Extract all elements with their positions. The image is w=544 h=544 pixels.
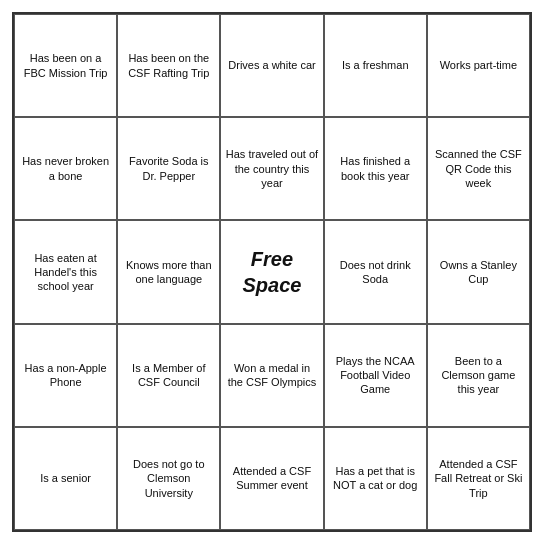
bingo-cell-r4c4[interactable]: Attended a CSF Fall Retreat or Ski Trip	[427, 427, 530, 530]
bingo-cell-r3c2[interactable]: Won a medal in the CSF Olympics	[220, 324, 323, 427]
bingo-grid: Has been on a FBC Mission TripHas been o…	[14, 14, 530, 530]
bingo-cell-r2c1[interactable]: Knows more than one language	[117, 220, 220, 323]
bingo-cell-r3c3[interactable]: Plays the NCAA Football Video Game	[324, 324, 427, 427]
bingo-cell-r2c2[interactable]: Free Space	[220, 220, 323, 323]
bingo-cell-r4c2[interactable]: Attended a CSF Summer event	[220, 427, 323, 530]
bingo-cell-r0c0[interactable]: Has been on a FBC Mission Trip	[14, 14, 117, 117]
bingo-cell-r2c3[interactable]: Does not drink Soda	[324, 220, 427, 323]
bingo-cell-r2c4[interactable]: Owns a Stanley Cup	[427, 220, 530, 323]
bingo-cell-r1c4[interactable]: Scanned the CSF QR Code this week	[427, 117, 530, 220]
bingo-board: Has been on a FBC Mission TripHas been o…	[12, 12, 532, 532]
bingo-cell-r2c0[interactable]: Has eaten at Handel's this school year	[14, 220, 117, 323]
bingo-cell-r1c1[interactable]: Favorite Soda is Dr. Pepper	[117, 117, 220, 220]
bingo-cell-r4c0[interactable]: Is a senior	[14, 427, 117, 530]
bingo-cell-r0c3[interactable]: Is a freshman	[324, 14, 427, 117]
bingo-cell-r4c3[interactable]: Has a pet that is NOT a cat or dog	[324, 427, 427, 530]
bingo-cell-r1c3[interactable]: Has finished a book this year	[324, 117, 427, 220]
bingo-cell-r1c2[interactable]: Has traveled out of the country this yea…	[220, 117, 323, 220]
bingo-cell-r1c0[interactable]: Has never broken a bone	[14, 117, 117, 220]
bingo-cell-r4c1[interactable]: Does not go to Clemson University	[117, 427, 220, 530]
bingo-cell-r0c1[interactable]: Has been on the CSF Rafting Trip	[117, 14, 220, 117]
bingo-cell-r3c4[interactable]: Been to a Clemson game this year	[427, 324, 530, 427]
bingo-cell-r3c1[interactable]: Is a Member of CSF Council	[117, 324, 220, 427]
bingo-cell-r3c0[interactable]: Has a non-Apple Phone	[14, 324, 117, 427]
bingo-cell-r0c2[interactable]: Drives a white car	[220, 14, 323, 117]
bingo-cell-r0c4[interactable]: Works part-time	[427, 14, 530, 117]
